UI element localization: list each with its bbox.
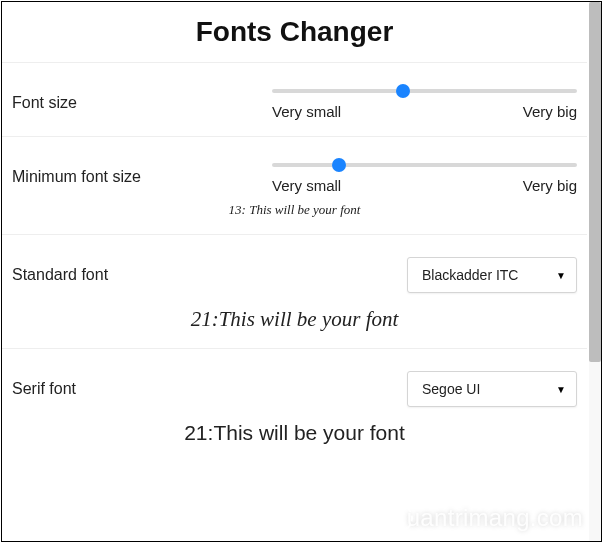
- page-title: Fonts Changer: [2, 2, 587, 62]
- serif-font-label: Serif font: [12, 379, 272, 398]
- section-font-size: Font size Very small Very big: [2, 62, 587, 136]
- chevron-down-icon: ▼: [556, 384, 566, 395]
- standard-font-preview: 21:This will be your font: [12, 307, 577, 332]
- min-font-size-slider-thumb[interactable]: [332, 158, 346, 172]
- font-size-slider[interactable]: [272, 89, 577, 93]
- standard-font-select[interactable]: Blackadder ITC ▼: [407, 257, 577, 293]
- font-size-min-label: Very small: [272, 103, 341, 120]
- chevron-down-icon: ▼: [556, 270, 566, 281]
- min-font-size-max-label: Very big: [523, 177, 577, 194]
- min-font-size-preview: 13: This will be your font: [12, 202, 577, 218]
- watermark-text: uantrimang.com: [407, 504, 583, 531]
- section-standard-font: Standard font Blackadder ITC ▼ 21:This w…: [2, 234, 587, 348]
- font-size-label: Font size: [12, 93, 272, 112]
- serif-font-value: Segoe UI: [422, 381, 480, 397]
- scrollbar-thumb[interactable]: [589, 2, 601, 362]
- standard-font-value: Blackadder ITC: [422, 267, 518, 283]
- section-serif-font: Serif font Segoe UI ▼ 21:This will be yo…: [2, 348, 587, 461]
- min-font-size-slider[interactable]: [272, 163, 577, 167]
- standard-font-label: Standard font: [12, 265, 272, 284]
- min-font-size-min-label: Very small: [272, 177, 341, 194]
- font-size-max-label: Very big: [523, 103, 577, 120]
- serif-font-preview: 21:This will be your font: [12, 421, 577, 445]
- min-font-size-label: Minimum font size: [12, 167, 272, 186]
- serif-font-select[interactable]: Segoe UI ▼: [407, 371, 577, 407]
- section-min-font-size: Minimum font size Very small Very big 13…: [2, 136, 587, 234]
- font-size-slider-thumb[interactable]: [396, 84, 410, 98]
- vertical-scrollbar[interactable]: [589, 2, 601, 541]
- watermark: uantrimang.com: [383, 504, 583, 535]
- watermark-logo-icon: [383, 503, 413, 533]
